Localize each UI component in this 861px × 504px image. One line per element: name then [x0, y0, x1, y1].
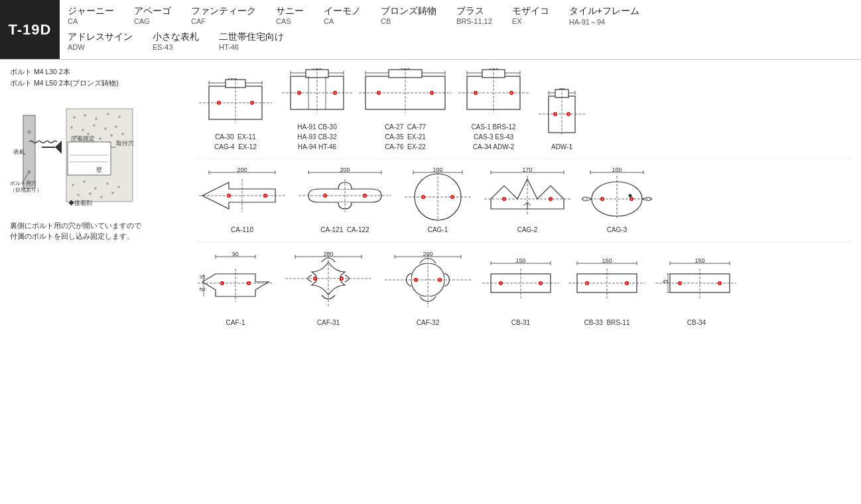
svg-point-179 — [314, 278, 316, 279]
nav-jp: アドレスサイン — [68, 31, 133, 43]
shape-label-cag1: CAG-1 — [428, 225, 448, 235]
bolt-info-line1: ボルト M4 L30 2本 — [10, 68, 70, 76]
nav-jp: サニー — [276, 5, 304, 17]
svg-text:圧着固定: 圧着固定 — [71, 135, 95, 142]
svg-point-143 — [503, 198, 505, 200]
nav-jp: タイル+フレーム — [569, 5, 639, 17]
svg-point-112 — [228, 195, 230, 196]
svg-text:200: 200 — [340, 166, 350, 173]
svg-point-18 — [93, 124, 96, 127]
svg-point-189 — [415, 279, 417, 281]
svg-text:150: 150 — [695, 257, 704, 264]
nav-code: CA — [324, 17, 334, 25]
svg-text:◆接着剤: ◆接着剤 — [68, 200, 92, 206]
svg-point-66 — [298, 92, 300, 94]
svg-point-191 — [439, 279, 440, 281]
svg-text:壁: 壁 — [96, 166, 102, 173]
shape-label-ha91: HA-91 CB-30HA-93 CB-32HA-94 HT-46 — [297, 122, 336, 152]
bottom-text-line2: 付属のボルトを回し込み固定します。 — [10, 232, 134, 240]
svg-point-29 — [106, 182, 109, 185]
nav-code: HT-46 — [219, 43, 239, 51]
right-grid: 150 — [196, 66, 851, 334]
shape-cell-ca30: 150 — [196, 76, 275, 152]
shape-cell-adw1: 60 ADW-1 — [535, 86, 588, 152]
nav-code: CB — [381, 17, 391, 25]
svg-point-25 — [121, 133, 124, 135]
svg-point-169 — [222, 283, 223, 284]
svg-point-92 — [511, 92, 512, 94]
svg-text:50: 50 — [200, 286, 206, 292]
svg-point-104 — [568, 113, 569, 115]
shape-caf32-svg: 200 — [381, 249, 474, 315]
nav-jp: 二世帯住宅向け — [219, 31, 284, 43]
svg-point-24 — [110, 134, 113, 137]
svg-point-26 — [72, 184, 74, 186]
nav-jp: モザイコ — [512, 5, 549, 17]
shape-cell-ca110: 200 CA-110 — [196, 166, 289, 235]
shape-label-ca121: CA-121 CA-122 — [320, 225, 369, 235]
shape-cell-cas1: 100 CAS-1 BRS-12CAS-3 ES-43CA-34 ADW-2 — [457, 66, 530, 152]
svg-point-23 — [99, 137, 101, 140]
svg-point-80 — [431, 92, 432, 94]
shape-label-ca27: CA-27 CA-77CA-35 EX-21CA-76 EX-22 — [385, 122, 426, 152]
shape-label-cag2: CAG-2 — [517, 225, 538, 235]
svg-point-102 — [555, 113, 556, 115]
svg-text:35: 35 — [200, 274, 206, 280]
svg-text:100: 100 — [432, 166, 442, 173]
svg-text:150: 150 — [602, 257, 612, 264]
header-nav: ジャーニーCAアペーゴCAGファンティークCAFサニーCASイーモノCAブロンズ… — [60, 0, 861, 59]
shape-row-2: 200 CA-110 — [196, 166, 851, 242]
nav-item: 二世帯住宅向けHT-46 — [219, 31, 284, 51]
shape-caf31-svg: 200 — [282, 249, 375, 315]
nav-item: アドレスサインADW — [68, 31, 133, 51]
svg-point-11 — [73, 116, 76, 119]
svg-text:90: 90 — [232, 251, 239, 257]
svg-text:取付穴: 取付穴 — [116, 140, 134, 147]
page-wrapper: T-19D ジャーニーCAアペーゴCAGファンティークCAFサニーCASイーモノ… — [0, 0, 861, 504]
shape-cell-cb31: 150 CB-31 — [481, 249, 561, 328]
shape-cell-cag2: 170 CAG-2 — [484, 166, 570, 235]
nav-code: EX — [512, 17, 522, 25]
svg-point-200 — [500, 283, 501, 284]
nav-jp: ブラス — [456, 5, 484, 17]
nav-item: ブロンズ鋳物CB — [381, 5, 436, 27]
shape-row-1: 150 — [196, 66, 851, 159]
shape-label-caf1: CAF-1 — [226, 318, 245, 328]
shape-label-cas1: CAS-1 BRS-12CAS-3 ES-43CA-34 ADW-2 — [471, 122, 515, 152]
shape-cell-caf31: 200 CAF-31 — [282, 249, 375, 328]
svg-point-12 — [84, 114, 86, 117]
header-row1: ジャーニーCAアペーゴCAGファンティークCAFサニーCASイーモノCAブロンズ… — [68, 5, 853, 27]
svg-point-213 — [626, 283, 628, 284]
svg-text:100: 100 — [612, 166, 622, 173]
nav-code: HA-91～94 — [569, 17, 605, 27]
svg-point-30 — [117, 186, 120, 188]
nav-code: CAF — [191, 17, 206, 25]
shape-label-caf32: CAF-32 — [417, 318, 439, 328]
nav-item: ジャーニーCA — [68, 5, 114, 27]
product-id: T-19D — [0, 0, 60, 59]
svg-point-33 — [100, 196, 103, 198]
bottom-text: 裏側にボルト用の穴が開いていますので 付属のボルトを回し込み固定します。 — [10, 220, 189, 243]
shape-ca30-svg: 150 — [196, 76, 275, 129]
nav-code: ES-43 — [153, 43, 173, 51]
svg-marker-8 — [55, 141, 62, 154]
bottom-text-line1: 裏側にボルト用の穴が開いていますので — [10, 221, 141, 229]
svg-point-34 — [111, 192, 114, 194]
nav-code: CAG — [134, 17, 150, 25]
svg-point-17 — [82, 129, 84, 131]
nav-code: ADW — [68, 43, 85, 51]
shape-adw1-svg: 60 — [535, 86, 588, 139]
shape-cell-cag1: 100 CAG-1 — [401, 166, 474, 235]
nav-item: 小さな表札ES-43 — [153, 31, 199, 51]
install-diagram: 表札 ボルト用穴 （目地あり） — [10, 95, 189, 215]
nav-item: ファンティークCAF — [191, 5, 256, 27]
nav-item: モザイコEX — [512, 5, 549, 27]
shape-cb31-svg: 150 — [481, 249, 561, 315]
svg-point-32 — [89, 192, 92, 195]
nav-code: CA — [68, 17, 78, 25]
shape-label-ca30: CA-30 EX-11CAG-4 EX-12 — [214, 132, 257, 152]
shape-cas1-svg: 100 — [457, 66, 530, 119]
svg-point-15 — [118, 115, 121, 118]
shape-cb34-svg: 150 45 — [653, 249, 740, 315]
svg-rect-35 — [68, 142, 111, 175]
